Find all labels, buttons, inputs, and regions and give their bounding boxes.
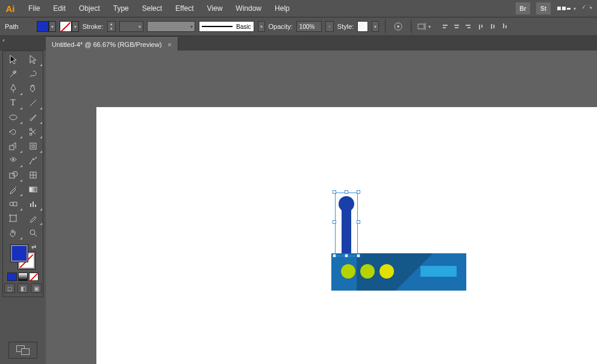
type-tool[interactable]: T bbox=[3, 96, 23, 110]
arrange-documents-button[interactable]: ▾ bbox=[557, 2, 577, 14]
document-tab-row: Untitled-4* @ 66.67% (RGB/Preview) × bbox=[0, 36, 597, 51]
bridge-button[interactable]: Br bbox=[516, 2, 530, 14]
align-left-icon[interactable] bbox=[439, 21, 450, 32]
selection-type-label: Path bbox=[5, 23, 19, 30]
stroke-weight-field[interactable]: ▾ bbox=[119, 21, 143, 32]
artwork-led-3[interactable] bbox=[380, 264, 394, 279]
curvature-tool[interactable] bbox=[23, 81, 43, 96]
artwork-antenna-knob[interactable] bbox=[339, 196, 354, 212]
swap-fill-stroke-icon[interactable]: ⇄ bbox=[31, 244, 36, 250]
brush-definition[interactable]: Basic bbox=[199, 21, 254, 32]
color-mode-gradient[interactable] bbox=[18, 273, 28, 281]
menu-select[interactable]: Select bbox=[137, 2, 167, 14]
selection-handle-br[interactable] bbox=[357, 254, 360, 258]
graphic-style-dropdown[interactable]: ▾ bbox=[372, 21, 379, 32]
mesh-tool[interactable] bbox=[23, 168, 43, 182]
color-mode-solid[interactable] bbox=[7, 273, 17, 281]
sync-settings-icon[interactable] bbox=[581, 2, 593, 14]
menu-object[interactable]: Object bbox=[73, 2, 105, 14]
pen-tool[interactable] bbox=[3, 81, 23, 96]
artwork-led-1[interactable] bbox=[341, 264, 355, 279]
opacity-field[interactable]: 100% bbox=[296, 21, 322, 32]
fill-color-swatch[interactable] bbox=[37, 21, 49, 32]
draw-behind-icon[interactable]: ◧ bbox=[17, 283, 28, 293]
tools-panel: T ⇄ ◻ ◧ bbox=[2, 51, 43, 297]
fill-indicator[interactable] bbox=[11, 245, 28, 262]
graphic-style-swatch[interactable] bbox=[357, 21, 368, 32]
menu-help[interactable]: Help bbox=[269, 2, 295, 14]
document-tab[interactable]: Untitled-4* @ 66.67% (RGB/Preview) × bbox=[46, 37, 178, 51]
slice-tool[interactable] bbox=[23, 211, 43, 226]
selection-tool[interactable] bbox=[3, 52, 23, 67]
selection-handle-bl[interactable] bbox=[333, 254, 336, 258]
recolor-artwork-icon[interactable] bbox=[392, 21, 405, 32]
selection-handle-b[interactable] bbox=[345, 254, 348, 258]
line-segment-tool[interactable] bbox=[23, 96, 43, 110]
paintbrush-tool[interactable] bbox=[23, 110, 43, 125]
align-right-icon[interactable] bbox=[463, 21, 474, 32]
fill-stroke-indicator[interactable]: ⇄ bbox=[10, 244, 36, 270]
zoom-tool[interactable] bbox=[23, 226, 43, 240]
variable-width-profile[interactable]: ▾ bbox=[147, 21, 195, 32]
opacity-label: Opacity: bbox=[269, 23, 293, 30]
draw-normal-icon[interactable]: ◻ bbox=[4, 283, 15, 293]
align-top-icon[interactable] bbox=[475, 21, 486, 32]
svg-rect-18 bbox=[10, 215, 16, 221]
artwork-port[interactable] bbox=[420, 266, 457, 277]
menu-effect[interactable]: Effect bbox=[170, 2, 199, 14]
menu-edit[interactable]: Edit bbox=[48, 2, 71, 14]
artwork-led-2[interactable] bbox=[360, 264, 375, 279]
svg-point-13 bbox=[13, 171, 17, 176]
ellipse-tool[interactable] bbox=[3, 110, 23, 125]
color-mode-none[interactable] bbox=[29, 273, 39, 281]
rotate-tool[interactable] bbox=[3, 125, 23, 139]
stroke-color-swatch[interactable] bbox=[60, 21, 72, 32]
opacity-dropdown[interactable]: › bbox=[325, 21, 334, 32]
svg-rect-7 bbox=[30, 143, 36, 149]
canvas-area[interactable] bbox=[46, 51, 597, 364]
selection-handle-tr[interactable] bbox=[357, 190, 360, 194]
artboard-tool[interactable] bbox=[3, 211, 23, 226]
scale-tool[interactable] bbox=[3, 139, 23, 153]
draw-inside-icon[interactable]: ▣ bbox=[31, 283, 42, 293]
column-graph-tool[interactable] bbox=[23, 197, 43, 211]
selection-handle-r[interactable] bbox=[357, 220, 360, 224]
direct-selection-tool[interactable] bbox=[23, 52, 43, 67]
selection-handle-l[interactable] bbox=[333, 220, 336, 224]
selection-handle-t[interactable] bbox=[345, 190, 348, 194]
menu-file[interactable]: File bbox=[23, 2, 45, 14]
stroke-color-dropdown[interactable]: ▾ bbox=[72, 21, 79, 32]
align-hcenter-icon[interactable] bbox=[451, 21, 462, 32]
svg-point-3 bbox=[10, 115, 17, 120]
eyedropper-tool[interactable] bbox=[3, 182, 23, 197]
width-tool[interactable] bbox=[23, 139, 43, 153]
hand-tool[interactable] bbox=[3, 226, 23, 240]
align-to-selection-icon[interactable]: ▾ bbox=[417, 21, 431, 32]
menu-window[interactable]: Window bbox=[230, 2, 267, 14]
document-tab-title: Untitled-4* @ 66.67% (RGB/Preview) bbox=[52, 41, 161, 48]
stroke-weight-stepper[interactable]: ▴▾ bbox=[107, 21, 116, 32]
stock-button[interactable]: St bbox=[536, 2, 551, 14]
puppet-warp-tool[interactable] bbox=[23, 153, 43, 168]
blend-tool[interactable] bbox=[3, 197, 23, 211]
svg-point-11 bbox=[36, 157, 37, 158]
svg-point-19 bbox=[30, 230, 35, 235]
free-transform-tool[interactable] bbox=[3, 153, 23, 168]
svg-point-16 bbox=[10, 202, 13, 206]
align-bottom-icon[interactable] bbox=[499, 21, 510, 32]
lasso-tool[interactable] bbox=[23, 67, 43, 81]
scissors-tool[interactable] bbox=[23, 125, 43, 139]
document-tab-close-icon[interactable]: × bbox=[167, 41, 171, 48]
screen-mode-button[interactable] bbox=[8, 342, 37, 359]
panel-collapse-handle[interactable]: ‹‹ bbox=[2, 37, 10, 43]
svg-rect-8 bbox=[32, 145, 34, 147]
brush-definition-dropdown[interactable]: ▾ bbox=[258, 21, 265, 32]
shape-builder-tool[interactable] bbox=[3, 168, 23, 182]
menu-type[interactable]: Type bbox=[108, 2, 134, 14]
magic-wand-tool[interactable] bbox=[3, 67, 23, 81]
fill-color-dropdown[interactable]: ▾ bbox=[49, 21, 56, 32]
menu-view[interactable]: View bbox=[202, 2, 228, 14]
selection-handle-tl[interactable] bbox=[333, 190, 336, 194]
gradient-tool[interactable] bbox=[23, 182, 43, 197]
align-vcenter-icon[interactable] bbox=[487, 21, 498, 32]
